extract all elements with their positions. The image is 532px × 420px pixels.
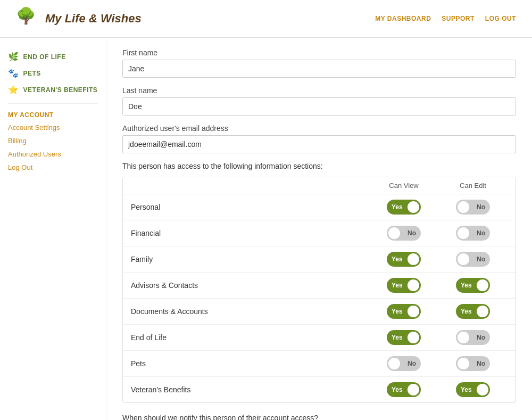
toggle-yes-label: Yes xyxy=(461,282,472,289)
toggle-knob xyxy=(408,332,419,343)
toggle-knob xyxy=(388,227,400,239)
edit-toggle-0[interactable]: No xyxy=(456,200,490,215)
permission-edit-cell: Yes xyxy=(438,382,508,397)
toggle-no-label: No xyxy=(477,256,485,263)
toggle-no-label: No xyxy=(477,360,485,367)
permission-view-cell: Yes xyxy=(369,252,438,267)
edit-toggle-6[interactable]: No xyxy=(456,356,490,371)
sidebar-item-authorized-users[interactable]: Authorized Users xyxy=(8,147,98,161)
view-toggle-4[interactable]: Yes xyxy=(387,304,421,319)
view-toggle-0[interactable]: Yes xyxy=(387,200,421,215)
pets-icon: 🐾 xyxy=(8,68,19,78)
access-description: This person has access to the following … xyxy=(122,162,516,170)
layout: 🌿 END OF LIFE 🐾 PETS ⭐ VETERAN'S BENEFIT… xyxy=(0,38,532,420)
first-name-group: First name xyxy=(122,48,516,78)
email-input[interactable] xyxy=(122,135,516,153)
permission-view-cell: Yes xyxy=(369,330,438,345)
permission-view-cell: Yes xyxy=(369,200,438,215)
notification-section: When should we notify this person of the… xyxy=(122,414,516,420)
toggle-yes-label: Yes xyxy=(392,308,403,315)
view-toggle-3[interactable]: Yes xyxy=(387,278,421,293)
permission-view-cell: Yes xyxy=(369,304,438,319)
email-label: Authorized user's email address xyxy=(122,124,516,133)
veterans-icon: ⭐ xyxy=(8,85,19,95)
permission-edit-cell: No xyxy=(438,356,508,371)
first-name-input[interactable] xyxy=(122,60,516,78)
toggle-yes-label: Yes xyxy=(392,256,403,263)
permission-row: Documents & Accounts Yes Yes xyxy=(123,299,516,325)
permission-row: Family Yes No xyxy=(123,246,516,273)
col-view-header: Can View xyxy=(369,182,438,190)
sidebar: 🌿 END OF LIFE 🐾 PETS ⭐ VETERAN'S BENEFIT… xyxy=(0,38,106,420)
edit-toggle-7[interactable]: Yes xyxy=(456,382,490,397)
last-name-label: Last name xyxy=(122,86,516,95)
permissions-header: Can View Can Edit xyxy=(123,177,516,194)
sidebar-item-end-of-life[interactable]: 🌿 END OF LIFE xyxy=(8,48,98,65)
edit-toggle-5[interactable]: No xyxy=(456,330,490,345)
permission-row: Veteran's Benefits Yes Yes xyxy=(123,377,516,402)
toggle-no-label: No xyxy=(477,229,485,237)
col-edit-header: Can Edit xyxy=(438,182,508,190)
permission-name: Documents & Accounts xyxy=(131,307,369,316)
email-group: Authorized user's email address xyxy=(122,124,516,153)
permissions-table: Can View Can Edit Personal Yes No Financ… xyxy=(122,177,516,403)
permission-edit-cell: No xyxy=(438,200,508,215)
edit-toggle-1[interactable]: No xyxy=(456,226,490,241)
sidebar-item-log-out[interactable]: Log Out xyxy=(8,161,98,174)
notification-label: When should we notify this person of the… xyxy=(122,414,516,420)
toggle-knob xyxy=(408,279,419,291)
view-toggle-5[interactable]: Yes xyxy=(387,330,421,345)
dashboard-link[interactable]: MY DASHBOARD xyxy=(375,15,431,22)
permission-edit-cell: No xyxy=(438,252,508,267)
permission-name: Family xyxy=(131,255,369,263)
permission-view-cell: Yes xyxy=(369,382,438,397)
logo: 🌳 My Life & Wishes xyxy=(16,5,142,32)
permission-row: Advisors & Contacts Yes Yes xyxy=(123,273,516,299)
svg-text:🌳: 🌳 xyxy=(16,6,36,26)
sidebar-item-account-settings[interactable]: Account Settings xyxy=(8,121,98,134)
view-toggle-7[interactable]: Yes xyxy=(387,382,421,397)
toggle-yes-label: Yes xyxy=(392,203,403,211)
toggle-knob xyxy=(458,201,469,213)
sidebar-item-billing[interactable]: Billing xyxy=(8,134,98,147)
sidebar-item-veterans-benefits[interactable]: ⭐ VETERAN'S BENEFITS xyxy=(8,81,98,98)
toggle-knob xyxy=(458,358,469,369)
permission-row: Personal Yes No xyxy=(123,194,516,220)
toggle-knob xyxy=(477,384,488,396)
view-toggle-2[interactable]: Yes xyxy=(387,252,421,267)
main-content: First name Last name Authorized user's e… xyxy=(106,38,532,420)
toggle-knob xyxy=(477,306,488,317)
permission-view-cell: Yes xyxy=(369,278,438,293)
permission-name: Advisors & Contacts xyxy=(131,281,369,290)
toggle-yes-label: Yes xyxy=(392,386,403,393)
toggle-knob xyxy=(458,253,469,265)
permission-row: End of Life Yes No xyxy=(123,325,516,351)
sidebar-divider xyxy=(8,103,98,104)
view-toggle-1[interactable]: No xyxy=(387,226,421,241)
permission-view-cell: No xyxy=(369,356,438,371)
edit-toggle-4[interactable]: Yes xyxy=(456,304,490,319)
col-name-header xyxy=(131,182,369,190)
logo-icon: 🌳 xyxy=(16,5,43,32)
permissions-rows: Personal Yes No Financial No No Family Y… xyxy=(123,194,516,402)
logout-link[interactable]: LOG OUT xyxy=(485,15,516,22)
permission-view-cell: No xyxy=(369,226,438,241)
toggle-knob xyxy=(458,227,469,239)
permission-row: Pets No No xyxy=(123,351,516,377)
permission-name: Financial xyxy=(131,229,369,237)
toggle-no-label: No xyxy=(408,360,416,367)
edit-toggle-3[interactable]: Yes xyxy=(456,278,490,293)
last-name-input[interactable] xyxy=(122,97,516,116)
header: 🌳 My Life & Wishes MY DASHBOARD SUPPORT … xyxy=(0,0,532,38)
permission-edit-cell: No xyxy=(438,226,508,241)
my-account-label: MY ACCOUNT xyxy=(8,109,98,121)
view-toggle-6[interactable]: No xyxy=(387,356,421,371)
sidebar-item-pets[interactable]: 🐾 PETS xyxy=(8,65,98,81)
header-nav: MY DASHBOARD SUPPORT LOG OUT xyxy=(375,15,516,22)
toggle-knob xyxy=(408,384,419,396)
support-link[interactable]: SUPPORT xyxy=(442,15,475,22)
last-name-group: Last name xyxy=(122,86,516,116)
edit-toggle-2[interactable]: No xyxy=(456,252,490,267)
permission-edit-cell: Yes xyxy=(438,304,508,319)
permission-name: Personal xyxy=(131,203,369,211)
